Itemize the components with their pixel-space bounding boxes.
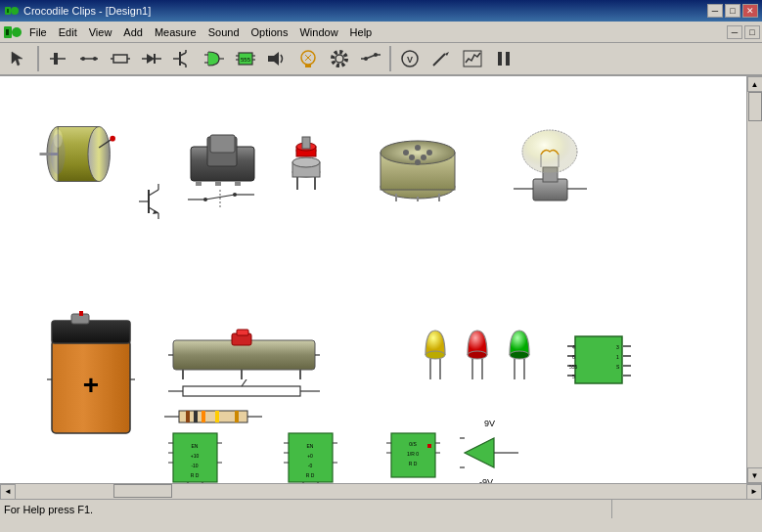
svg-point-97 [426, 150, 432, 155]
svg-marker-37 [268, 52, 279, 66]
toolbar-voltmeter[interactable]: V [395, 45, 425, 72]
led-red-component[interactable] [465, 326, 490, 379]
titlebar-title: Crocodile Clips - [Design1] [23, 5, 151, 17]
svg-point-96 [415, 145, 421, 151]
switch-component[interactable] [186, 127, 259, 212]
motor-component[interactable] [34, 120, 112, 189]
svg-line-129 [242, 379, 247, 386]
svg-marker-52 [445, 52, 449, 56]
toolbar-probe[interactable] [426, 45, 456, 72]
svg-text:6: 6 [572, 354, 575, 360]
svg-rect-120 [237, 330, 248, 335]
scroll-track-vertical[interactable] [747, 92, 762, 467]
svg-text:555: 555 [569, 364, 578, 370]
scroll-up-button[interactable]: ▲ [747, 76, 763, 92]
svg-point-1 [11, 7, 19, 15]
app-icon [4, 3, 20, 19]
inner-minimize-button[interactable]: ─ [727, 25, 742, 39]
svg-rect-115 [79, 311, 83, 316]
toolbar-pause[interactable] [489, 45, 518, 72]
menu-view[interactable]: View [83, 24, 118, 40]
svg-text:+0: +0 [307, 453, 313, 459]
toolbar-bulb[interactable] [293, 45, 323, 72]
svg-rect-89 [302, 137, 310, 149]
svg-text:+: + [83, 370, 99, 400]
menu-sound[interactable]: Sound [202, 24, 246, 40]
inner-maximize-button[interactable]: □ [744, 25, 760, 39]
minimize-button[interactable]: ─ [707, 4, 723, 18]
toolbar-switch[interactable] [356, 45, 385, 72]
titlebar-left: Crocodile Clips - [Design1] [4, 3, 151, 19]
led-green-component[interactable] [507, 326, 532, 379]
scroll-down-button[interactable]: ▼ [747, 467, 763, 483]
svg-text:9V: 9V [484, 419, 495, 428]
toolbar-transistor[interactable] [168, 45, 198, 72]
menu-file[interactable]: File [23, 24, 53, 40]
menu-help[interactable]: Help [344, 24, 379, 40]
menu-add[interactable]: Add [117, 24, 149, 40]
pushbutton-component[interactable] [290, 123, 324, 192]
buzzer-component[interactable] [377, 123, 460, 201]
logic-gate-3[interactable]: 0/S 1/R 0 R D [386, 428, 440, 482]
svg-rect-75 [215, 181, 221, 186]
svg-rect-76 [235, 181, 241, 186]
toolbar-graph[interactable] [458, 45, 487, 72]
svg-point-58 [87, 127, 109, 182]
vertical-scrollbar[interactable]: ▲ ▼ [746, 76, 762, 483]
logic-gate-2[interactable]: EN +0 -0 R D [284, 428, 337, 483]
toolbar-wire[interactable] [74, 45, 104, 72]
menu-options[interactable]: Options [246, 24, 294, 40]
led-yellow-component[interactable] [423, 326, 448, 379]
svg-rect-159 [194, 411, 198, 422]
resistor-component[interactable] [164, 407, 262, 426]
svg-marker-6 [12, 52, 22, 66]
toolbar-ic[interactable]: 555 [231, 45, 260, 72]
svg-text:R D: R D [306, 472, 315, 478]
scroll-thumb-horizontal[interactable] [113, 484, 172, 498]
svg-point-13 [93, 57, 97, 61]
svg-text:-10: -10 [191, 463, 198, 468]
toolbar-select[interactable] [4, 45, 33, 72]
menu-window[interactable]: Window [293, 24, 343, 40]
maximize-button[interactable]: □ [725, 4, 740, 18]
scroll-track-horizontal[interactable] [16, 484, 746, 499]
svg-line-66 [149, 190, 158, 196]
menu-edit[interactable]: Edit [53, 24, 83, 40]
svg-text:5: 5 [572, 374, 575, 379]
toolbar-capacitor[interactable] [43, 45, 72, 72]
ic-chip-component[interactable]: 4 6 555 5 3 1 S [567, 329, 631, 392]
svg-point-43 [333, 52, 346, 66]
lamp-component[interactable] [504, 120, 597, 203]
scroll-right-button[interactable]: ► [746, 484, 762, 500]
svg-rect-55 [506, 52, 510, 66]
toolbar-resistor[interactable] [106, 45, 135, 72]
svg-text:4: 4 [572, 344, 575, 350]
potentiometer-component[interactable] [168, 326, 320, 404]
svg-rect-140 [575, 336, 622, 383]
close-button[interactable]: ✕ [742, 4, 758, 18]
horizontal-scrollbar[interactable]: ◄ ► [0, 483, 762, 499]
logic-gate-1[interactable]: EN +10 -10 R D [168, 428, 222, 483]
svg-text:3: 3 [616, 344, 619, 350]
toolbar-diode[interactable] [137, 45, 166, 72]
svg-point-63 [50, 134, 65, 174]
scroll-left-button[interactable]: ◄ [0, 484, 16, 500]
toolbar-gate[interactable] [200, 45, 229, 72]
transistor-symbol [137, 182, 176, 221]
toolbar: 555 V [0, 43, 762, 76]
svg-text:V: V [407, 55, 413, 65]
battery-component[interactable]: + [47, 311, 135, 438]
toolbar-gear[interactable] [325, 45, 354, 72]
scroll-thumb-vertical[interactable] [748, 92, 762, 121]
svg-text:+10: +10 [191, 453, 200, 459]
app-menu-icon [2, 22, 23, 43]
svg-point-131 [426, 351, 445, 359]
menu-measure[interactable]: Measure [149, 24, 202, 40]
canvas-area[interactable]: + [0, 76, 746, 483]
toolbar-speaker[interactable] [262, 45, 291, 72]
svg-rect-158 [186, 411, 190, 422]
status-right-panel [611, 500, 758, 518]
svg-text:R D: R D [191, 472, 200, 478]
svg-point-100 [415, 159, 421, 165]
svg-text:1: 1 [616, 354, 619, 360]
